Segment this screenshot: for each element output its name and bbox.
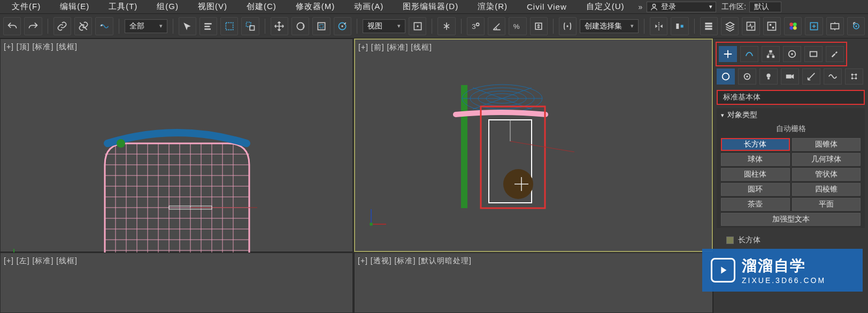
menu-create[interactable]: 创建(C) <box>237 0 286 13</box>
ref-coord-dropdown[interactable]: 视图 <box>363 19 405 33</box>
geosphere-button[interactable]: 几何球体 <box>792 153 861 166</box>
box-button[interactable]: 长方体 <box>721 138 790 151</box>
mirror-button[interactable] <box>650 17 667 35</box>
edit-selection-set-button[interactable] <box>559 17 577 35</box>
material-editor-button[interactable] <box>784 17 802 35</box>
menu-file[interactable]: 文件(F) <box>2 0 50 13</box>
workspace-dropdown[interactable]: 默认 <box>749 2 781 12</box>
curve-editor-button[interactable] <box>742 17 759 35</box>
percent-snap-button[interactable]: % <box>509 17 526 35</box>
teapot-button[interactable]: 茶壶 <box>721 198 790 211</box>
render-setup-button[interactable] <box>805 17 823 35</box>
menu-more-icon[interactable]: » <box>634 3 647 11</box>
selection-filter-dropdown[interactable]: 全部 <box>125 19 167 33</box>
object-type-header[interactable]: 对象类型 <box>717 108 865 122</box>
menu-render[interactable]: 渲染(R) <box>468 0 517 13</box>
menu-tools[interactable]: 工具(T) <box>99 0 147 13</box>
menu-view[interactable]: 视图(V) <box>188 0 237 13</box>
scale-button[interactable] <box>312 17 330 35</box>
hierarchy-tab[interactable] <box>762 46 780 62</box>
systems-category[interactable] <box>845 68 863 85</box>
pyramid-button[interactable]: 四棱锥 <box>792 183 861 196</box>
menu-modifiers[interactable]: 修改器(M) <box>286 0 345 13</box>
spinner-snap-button[interactable] <box>530 17 548 35</box>
primitive-category-dropdown[interactable]: 标准基本体 <box>717 90 865 105</box>
render-frame-button[interactable] <box>826 17 844 35</box>
svg-rect-10 <box>320 24 324 28</box>
sphere-button[interactable]: 球体 <box>721 153 790 166</box>
unlink-button[interactable] <box>74 17 92 35</box>
menu-customize[interactable]: 自定义(U) <box>577 0 634 13</box>
motion-tab[interactable] <box>783 46 801 62</box>
layer-button[interactable] <box>721 17 739 35</box>
torus-button[interactable]: 圆环 <box>721 183 790 196</box>
auto-grid-checkbox[interactable]: 自动栅格 <box>717 122 865 136</box>
menu-edit[interactable]: 编辑(E) <box>50 0 99 13</box>
svg-point-13 <box>342 25 343 27</box>
watermark-subtitle: ZIXUE.3D66.COM <box>742 276 826 285</box>
bind-spacewarp-button[interactable] <box>95 17 113 35</box>
viewport-perspective[interactable]: [+] [透视] [标准] [默认明暗处理] <box>354 253 713 313</box>
shapes-category[interactable] <box>738 68 756 85</box>
schematic-view-button[interactable] <box>763 17 781 35</box>
layer-explorer-button[interactable] <box>700 17 718 35</box>
named-selection-dropdown[interactable]: 创建选择集 <box>580 19 639 33</box>
menu-civil[interactable]: Civil View <box>517 0 577 13</box>
menu-graph[interactable]: 图形编辑器(D) <box>393 0 468 13</box>
redo-button[interactable] <box>24 17 42 35</box>
svg-text:3: 3 <box>472 22 476 30</box>
link-button[interactable] <box>53 17 71 35</box>
angle-snap-button[interactable] <box>488 17 505 35</box>
svg-rect-4 <box>205 26 210 27</box>
viewport-front[interactable]: [+] [前] [标准] [线框] <box>354 39 713 252</box>
geometry-category[interactable] <box>717 68 735 85</box>
viewport-left[interactable]: [+] [左] [标准] [线框] <box>0 253 353 313</box>
plane-button[interactable]: 平面 <box>792 198 861 211</box>
watermark-logo-icon <box>711 258 735 283</box>
window-crossing-button[interactable] <box>241 17 259 35</box>
svg-rect-28 <box>770 24 771 25</box>
svg-point-32 <box>789 26 793 30</box>
display-tab[interactable] <box>804 46 823 62</box>
lights-category[interactable] <box>759 68 778 85</box>
svg-rect-87 <box>769 50 772 53</box>
cylinder-button[interactable]: 圆柱体 <box>721 168 790 181</box>
snap-toggle-button[interactable]: 3 <box>467 17 485 35</box>
spacewarps-category[interactable] <box>824 68 842 85</box>
manipulate-button[interactable] <box>437 17 455 35</box>
login-label: 登录 <box>661 2 676 12</box>
svg-rect-5 <box>205 28 211 29</box>
move-button[interactable] <box>271 17 288 35</box>
align-button[interactable] <box>671 17 688 35</box>
viewport-front-scene <box>355 40 708 251</box>
region-rect-button[interactable] <box>220 17 238 35</box>
helpers-category[interactable] <box>802 68 820 85</box>
svg-rect-69 <box>461 85 467 208</box>
object-color-swatch[interactable] <box>726 236 734 244</box>
login-button[interactable]: 登录 ▾ <box>647 2 716 12</box>
modify-tab[interactable] <box>740 46 758 62</box>
cameras-category[interactable] <box>781 68 799 85</box>
svg-point-20 <box>567 25 569 27</box>
utilities-tab[interactable] <box>826 46 844 62</box>
undo-button[interactable] <box>3 17 21 35</box>
render-button[interactable] <box>847 17 865 35</box>
select-by-name-button[interactable] <box>199 17 217 35</box>
svg-point-17 <box>477 23 479 26</box>
svg-point-15 <box>417 25 418 27</box>
rotate-button[interactable] <box>291 17 309 35</box>
cone-button[interactable]: 圆锥体 <box>792 138 861 151</box>
svg-point-62 <box>117 139 125 148</box>
tube-button[interactable]: 管状体 <box>792 168 861 181</box>
svg-rect-98 <box>786 74 792 78</box>
svg-point-91 <box>791 53 793 55</box>
textplus-button[interactable]: 加强型文本 <box>721 213 861 226</box>
menu-animation[interactable]: 动画(A) <box>344 0 393 13</box>
select-object-button[interactable] <box>179 17 196 35</box>
svg-rect-21 <box>676 24 679 29</box>
placement-button[interactable] <box>334 17 351 35</box>
viewport-top[interactable]: [+] [顶] [标准] [线框] <box>0 39 353 252</box>
pivot-button[interactable] <box>409 17 426 35</box>
menu-group[interactable]: 组(G) <box>147 0 188 13</box>
create-tab[interactable] <box>719 46 737 62</box>
